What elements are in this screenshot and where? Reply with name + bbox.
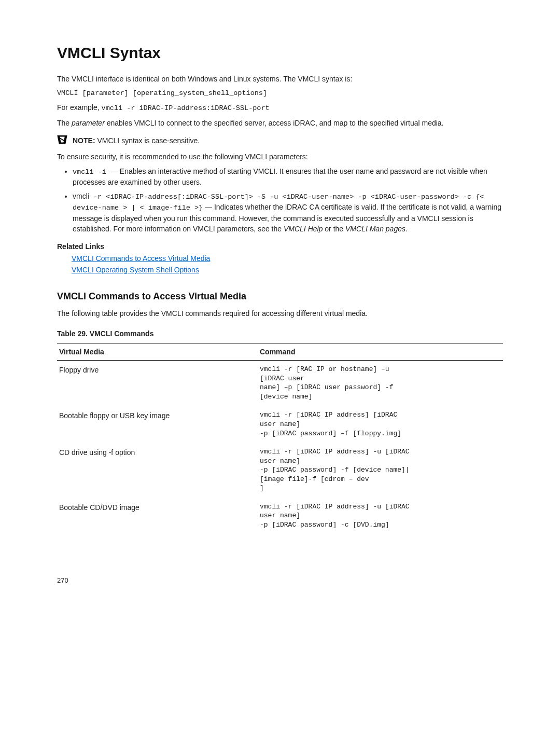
cell-command: vmcli -r [iDRAC IP address] -u [iDRAC us… bbox=[258, 443, 503, 498]
intro-paragraph: The VMCLI interface is identical on both… bbox=[57, 74, 503, 84]
list-item: vmcli -i — Enables an interactive method… bbox=[73, 166, 503, 188]
bullet1-rest: — Enables an interactive method of start… bbox=[73, 167, 487, 187]
table-row: Bootable CD/DVD image vmcli -r [iDRAC IP… bbox=[57, 498, 503, 535]
bullet2-mid: or the bbox=[323, 225, 345, 233]
note-block: NOTE: VMCLI syntax is case-sensitive. bbox=[57, 135, 503, 146]
th-virtual-media: Virtual Media bbox=[57, 343, 258, 360]
note-text-wrap: NOTE: VMCLI syntax is case-sensitive. bbox=[73, 135, 503, 146]
related-links-block: Related Links VMCLI Commands to Access V… bbox=[57, 241, 503, 275]
cell-media: Bootable floppy or USB key image bbox=[57, 406, 258, 443]
bullet2-pre: vmcli bbox=[73, 192, 89, 200]
link-vmcli-commands[interactable]: VMCLI Commands to Access Virtual Media bbox=[72, 253, 503, 264]
parameter-list: vmcli -i — Enables an interactive method… bbox=[57, 166, 503, 235]
parameter-paragraph: The parameter enables VMCLI to connect t… bbox=[57, 118, 503, 128]
example-prefix: For example, bbox=[57, 103, 102, 112]
list-item: vmcli -r <iDRAC-IP-address[:iDRAC-SSL-po… bbox=[73, 191, 503, 235]
syntax-line: VMCLI [parameter] [operating_system_shel… bbox=[57, 88, 503, 99]
cell-command: vmcli -r [iDRAC IP address] -u [iDRAC us… bbox=[258, 498, 503, 535]
bullet1-cmd: vmcli -i bbox=[73, 168, 110, 176]
vmcli-commands-table: Virtual Media Command Floppy drive vmcli… bbox=[57, 343, 503, 535]
example-command: vmcli -r iDRAC-IP-address:iDRAC-SSL-port bbox=[102, 104, 270, 112]
example-line: For example, vmcli -r iDRAC-IP-address:i… bbox=[57, 102, 503, 114]
cell-media: Floppy drive bbox=[57, 361, 258, 407]
parameter-para-1: The bbox=[57, 119, 72, 127]
security-intro: To ensure security, it is recommended to… bbox=[57, 151, 503, 162]
table-row: Floppy drive vmcli -r [RAC IP or hostnam… bbox=[57, 361, 503, 407]
bullet2-italic1: VMCLI Help bbox=[284, 225, 323, 233]
th-command: Command bbox=[258, 343, 503, 360]
table-row: CD drive using -f option vmcli -r [iDRAC… bbox=[57, 443, 503, 498]
sub-heading: VMCLI Commands to Access Virtual Media bbox=[57, 290, 503, 303]
parameter-word: parameter bbox=[72, 119, 105, 127]
note-label: NOTE: bbox=[73, 136, 97, 145]
bullet2-end: . bbox=[405, 225, 408, 233]
parameter-para-2: enables VMCLI to connect to the specifie… bbox=[105, 119, 444, 127]
page-number: 270 bbox=[57, 576, 503, 586]
table-row: Bootable floppy or USB key image vmcli -… bbox=[57, 406, 503, 443]
note-body: VMCLI syntax is case-sensitive. bbox=[97, 136, 200, 145]
cell-media: CD drive using -f option bbox=[57, 443, 258, 498]
cell-command: vmcli -r [iDRAC IP address] [iDRAC user … bbox=[258, 406, 503, 443]
cell-media: Bootable CD/DVD image bbox=[57, 498, 258, 535]
cell-command: vmcli -r [RAC IP or hostname] –u [iDRAC … bbox=[258, 361, 503, 407]
sub-intro: The following table provides the VMCLI c… bbox=[57, 308, 503, 319]
related-links-label: Related Links bbox=[57, 242, 104, 251]
table-caption: Table 29. VMCLI Commands bbox=[57, 328, 503, 339]
link-vmcli-shell-options[interactable]: VMCLI Operating System Shell Options bbox=[72, 265, 503, 275]
note-icon bbox=[57, 135, 67, 144]
page-heading: VMCLI Syntax bbox=[57, 42, 503, 64]
bullet2-italic2: VMCLI Man pages bbox=[345, 225, 405, 233]
